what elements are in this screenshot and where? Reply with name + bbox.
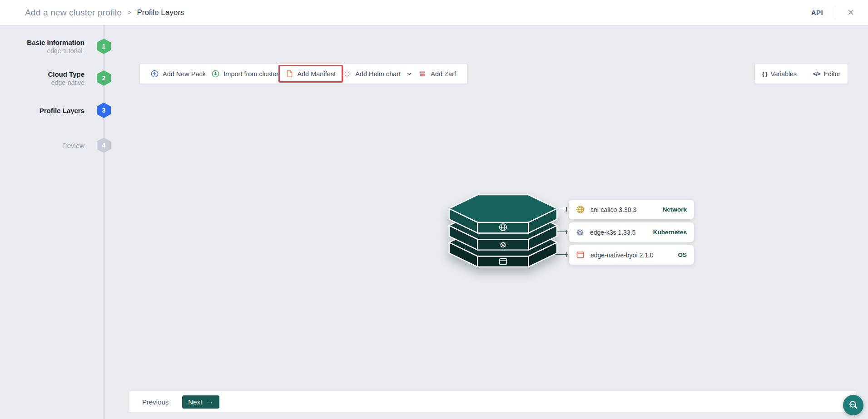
arrow-right-icon: →	[206, 398, 213, 405]
add-new-pack-button[interactable]: Add New Pack	[151, 70, 206, 78]
next-label: Next	[188, 398, 202, 406]
pack-card-kubernetes[interactable]: ☸ edge-k3s 1.33.5 Kubernetes	[569, 222, 694, 242]
step-label: Profile Layers	[0, 106, 84, 115]
step-number-badge: 1	[97, 39, 111, 54]
add-cluster-profile-page: Add a new cluster profile > Profile Laye…	[0, 0, 868, 419]
step-sublabel: edge-native	[0, 79, 84, 87]
pack-name: edge-native-byoi 2.1.0	[590, 251, 654, 259]
button-label: Import from cluster	[223, 70, 278, 78]
page-header: Add a new cluster profile > Profile Laye…	[0, 0, 868, 25]
close-icon[interactable]: ✕	[847, 8, 854, 17]
pack-type-badge: Network	[663, 206, 687, 213]
code-icon: </>	[813, 70, 820, 77]
step-number-badge: 3	[97, 103, 111, 118]
add-helm-chart-button[interactable]: Add Helm chart	[343, 70, 412, 78]
header-actions: API ✕	[811, 7, 854, 19]
profile-side-tools: { } Variables </> Editor	[755, 64, 848, 84]
helm-wheel-icon	[343, 70, 351, 78]
pack-card-network[interactable]: cni-calico 3.30.3 Network	[569, 200, 694, 219]
button-label: Add Zarf	[431, 70, 456, 78]
step-label: Review	[0, 141, 84, 150]
globe-icon	[576, 205, 585, 214]
tutorial-highlight-box: Add Manifest	[278, 65, 343, 83]
button-label: Add Manifest	[297, 70, 336, 78]
step-label: Basic Information	[0, 38, 84, 47]
button-label: Editor	[824, 70, 841, 78]
import-from-cluster-button[interactable]: Import from cluster	[212, 70, 278, 78]
pack-card-os[interactable]: edge-native-byoi 2.1.0 OS	[569, 245, 694, 265]
wizard-footer: Previous Next →	[129, 391, 856, 412]
chevron-down-icon	[406, 71, 412, 77]
editor-button[interactable]: </> Editor	[813, 70, 840, 78]
add-zarf-button[interactable]: Add Zarf	[418, 70, 456, 78]
button-label: Add New Pack	[163, 70, 206, 78]
magnifier-icon	[848, 400, 859, 411]
kubernetes-wheel-icon: ☸	[576, 228, 584, 237]
zarf-icon	[418, 70, 427, 78]
manifest-file-icon	[286, 70, 293, 78]
breadcrumb-parent[interactable]: Add a new cluster profile	[25, 8, 122, 18]
pack-name: cni-calico 3.30.3	[590, 206, 636, 213]
step-number-badge: 4	[97, 138, 111, 153]
api-button[interactable]: API	[811, 9, 823, 16]
step-sublabel: edge-tutorial-	[0, 47, 84, 55]
step-text: Profile Layers	[0, 106, 84, 115]
breadcrumb-separator: >	[127, 9, 131, 17]
layers-toolbar: Add New Pack Import from cluster Add Man…	[140, 64, 467, 84]
plus-circle-icon	[151, 70, 159, 78]
step-text: Basic Information edge-tutorial-	[0, 38, 84, 55]
pack-type-badge: OS	[678, 251, 687, 258]
stack-layer-network	[449, 195, 557, 233]
button-label: Add Helm chart	[355, 70, 401, 78]
step-number-badge: 2	[97, 70, 111, 86]
previous-button[interactable]: Previous	[142, 398, 169, 406]
next-button[interactable]: Next →	[182, 395, 219, 409]
os-window-icon	[576, 251, 585, 259]
step-text: Cloud Type edge-native	[0, 70, 84, 87]
step-label: Cloud Type	[0, 70, 84, 79]
download-circle-icon	[212, 70, 219, 78]
button-label: Variables	[771, 70, 797, 78]
variables-button[interactable]: { } Variables	[762, 70, 797, 78]
add-manifest-button[interactable]: Add Manifest	[286, 70, 336, 78]
help-search-button[interactable]	[843, 395, 863, 415]
header-divider	[835, 7, 835, 19]
kubernetes-wheel-icon: ☸	[499, 240, 507, 250]
profile-layer-stack[interactable]: ☸	[447, 194, 559, 268]
step-text: Review	[0, 141, 84, 150]
pack-name: edge-k3s 1.33.5	[590, 229, 635, 236]
braces-icon: { }	[762, 70, 767, 77]
pack-type-badge: Kubernetes	[653, 229, 687, 236]
breadcrumb-current: Profile Layers	[137, 8, 184, 17]
